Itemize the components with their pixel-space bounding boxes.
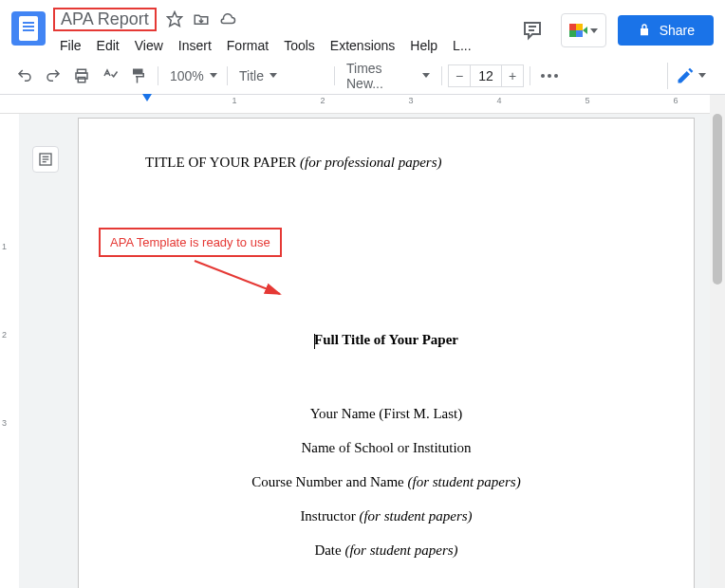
course-line: Course Number and Name (for student pape…: [145, 465, 627, 499]
menu-extensions[interactable]: Extensions: [324, 34, 401, 57]
share-button[interactable]: Share: [618, 15, 714, 46]
undo-button[interactable]: [11, 63, 38, 89]
chevron-down-icon: [422, 73, 430, 78]
more-tools-button[interactable]: [536, 63, 563, 89]
editing-mode-dropdown[interactable]: [667, 63, 714, 89]
lock-icon: [637, 23, 652, 38]
menu-more[interactable]: L...: [446, 34, 477, 57]
document-page[interactable]: TITLE OF YOUR PAPER (for professional pa…: [78, 118, 695, 588]
toolbar: 100% Title Times New... − +: [0, 57, 725, 95]
scrollbar-thumb[interactable]: [713, 114, 722, 285]
svg-point-6: [541, 74, 545, 78]
cloud-status-icon[interactable]: [219, 10, 236, 28]
menu-format[interactable]: Format: [220, 34, 275, 57]
author-line: Your Name (First M. Last): [145, 396, 627, 431]
menu-edit[interactable]: Edit: [90, 34, 126, 57]
redo-button[interactable]: [40, 63, 66, 89]
paragraph-style-dropdown[interactable]: Title: [233, 63, 328, 89]
outline-toggle-button[interactable]: [32, 146, 59, 173]
comment-history-button[interactable]: [515, 13, 549, 47]
pencil-icon: [676, 66, 695, 85]
institution-line: Name of School or Institution: [145, 431, 627, 465]
print-button[interactable]: [68, 63, 95, 89]
zoom-dropdown[interactable]: 100%: [164, 63, 221, 89]
menu-view[interactable]: View: [128, 34, 170, 57]
document-canvas: TITLE OF YOUR PAPER (for professional pa…: [19, 114, 710, 588]
chevron-down-icon: [590, 28, 598, 33]
menu-help[interactable]: Help: [403, 34, 444, 57]
paper-title: Full Title of Your Paper: [145, 332, 627, 349]
spellcheck-button[interactable]: [97, 63, 123, 89]
document-title[interactable]: APA Report: [53, 8, 157, 31]
docs-logo[interactable]: [11, 11, 46, 46]
svg-marker-0: [167, 12, 181, 27]
chevron-down-icon: [210, 73, 217, 78]
svg-point-7: [548, 74, 551, 78]
header-bar: APA Report File Edit View Insert Format …: [0, 0, 725, 57]
menu-tools[interactable]: Tools: [277, 34, 322, 57]
paper-body: Your Name (First M. Last) Name of School…: [145, 396, 627, 567]
vertical-ruler[interactable]: 1 2 3: [0, 114, 19, 588]
annotation-callout: APA Template is ready to use: [99, 228, 282, 257]
font-size-input[interactable]: [471, 64, 501, 87]
menu-bar: File Edit View Insert Format Tools Exten…: [53, 34, 515, 57]
svg-point-8: [554, 74, 558, 78]
horizontal-ruler[interactable]: 1 2 3 4 5 6: [0, 95, 725, 114]
share-label: Share: [660, 23, 695, 38]
chevron-down-icon: [270, 73, 277, 78]
chevron-down-icon: [698, 73, 706, 78]
move-icon[interactable]: [193, 10, 210, 28]
font-size-control: − +: [448, 64, 524, 87]
star-icon[interactable]: [166, 10, 183, 28]
vertical-scrollbar[interactable]: [710, 95, 725, 588]
font-dropdown[interactable]: Times New...: [341, 63, 436, 89]
menu-file[interactable]: File: [53, 34, 88, 57]
running-head: TITLE OF YOUR PAPER (for professional pa…: [145, 155, 627, 171]
font-size-decrease-button[interactable]: −: [448, 64, 471, 87]
instructor-line: Instructor (for student papers): [145, 499, 627, 533]
paint-format-button[interactable]: [125, 63, 152, 89]
menu-insert[interactable]: Insert: [172, 34, 218, 57]
meet-button[interactable]: [561, 13, 606, 47]
date-line: Date (for student papers): [145, 533, 627, 567]
font-size-increase-button[interactable]: +: [501, 64, 524, 87]
